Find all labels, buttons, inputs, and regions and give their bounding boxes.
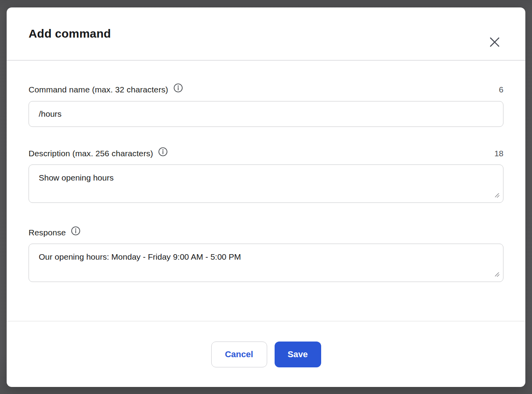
response-info-button[interactable] bbox=[71, 226, 81, 236]
cancel-button[interactable]: Cancel bbox=[211, 342, 267, 367]
add-command-modal: Add command Command name (max. 32 charac… bbox=[7, 7, 525, 387]
response-label: Response bbox=[29, 228, 66, 237]
description-textarea-wrap: Show opening hours bbox=[29, 164, 503, 203]
command-name-label-row: Command name (max. 32 characters) 6 bbox=[29, 83, 503, 96]
resize-handle-icon[interactable] bbox=[494, 192, 500, 200]
command-name-info-button[interactable] bbox=[173, 83, 183, 93]
modal-footer: Cancel Save bbox=[7, 321, 525, 387]
response-label-row: Response bbox=[29, 226, 503, 239]
response-textarea-wrap: Our opening hours: Monday - Friday 9:00 … bbox=[29, 244, 503, 282]
description-textarea[interactable]: Show opening hours bbox=[29, 164, 503, 203]
modal-body: Command name (max. 32 characters) 6 Desc… bbox=[29, 61, 503, 321]
description-info-button[interactable] bbox=[158, 147, 168, 157]
info-icon bbox=[71, 226, 81, 236]
description-label-row: Description (max. 256 characters) 18 bbox=[29, 147, 503, 160]
modal-header: Add command bbox=[7, 7, 525, 61]
description-counter: 18 bbox=[494, 149, 503, 158]
info-icon bbox=[158, 147, 168, 157]
modal-title: Add command bbox=[29, 27, 111, 40]
response-textarea[interactable]: Our opening hours: Monday - Friday 9:00 … bbox=[29, 244, 503, 282]
close-button[interactable] bbox=[488, 35, 501, 49]
command-name-label: Command name (max. 32 characters) bbox=[29, 85, 168, 94]
description-label: Description (max. 256 characters) bbox=[29, 149, 153, 158]
command-name-input[interactable] bbox=[29, 101, 503, 127]
save-button[interactable]: Save bbox=[275, 342, 321, 367]
command-name-counter: 6 bbox=[499, 85, 503, 94]
resize-handle-icon[interactable] bbox=[494, 271, 500, 279]
info-icon bbox=[173, 83, 183, 93]
close-icon bbox=[489, 37, 500, 47]
